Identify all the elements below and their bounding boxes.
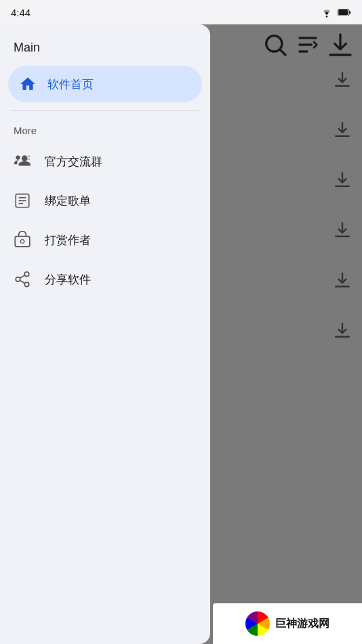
svg-line-15 xyxy=(20,275,24,278)
download-button-4[interactable] xyxy=(334,221,351,239)
download-icon-2 xyxy=(334,121,351,138)
more-section-title: More xyxy=(0,117,210,142)
reward-icon xyxy=(14,231,31,249)
nav-reward-label: 打赏作者 xyxy=(45,233,91,248)
download-list xyxy=(210,65,362,644)
status-icons xyxy=(320,7,351,18)
svg-point-13 xyxy=(24,282,29,287)
nav-item-playlist[interactable]: 绑定歌单 xyxy=(0,181,210,220)
playlist-icon xyxy=(14,192,31,209)
svg-point-11 xyxy=(24,272,29,277)
download-all-icon xyxy=(327,31,354,58)
download-icon-1 xyxy=(334,71,351,88)
download-all-button[interactable] xyxy=(327,31,354,58)
nav-home-label: 软件首页 xyxy=(47,77,94,92)
wifi-icon xyxy=(320,7,334,18)
watermark: 巨神游戏网 xyxy=(213,603,362,644)
download-button-6[interactable] xyxy=(334,321,351,339)
download-button-2[interactable] xyxy=(334,121,351,138)
svg-line-14 xyxy=(20,281,24,283)
home-icon xyxy=(19,75,37,93)
watermark-text: 巨神游戏网 xyxy=(275,617,329,631)
right-panel xyxy=(210,24,362,644)
battery-icon xyxy=(338,9,351,16)
svg-rect-9 xyxy=(15,237,30,247)
watermark-logo xyxy=(245,611,270,636)
nav-item-share[interactable]: 分享软件 xyxy=(0,260,210,299)
sort-button[interactable] xyxy=(294,31,321,58)
nav-item-reward[interactable]: 打赏作者 xyxy=(0,220,210,260)
divider xyxy=(11,110,199,111)
nav-share-label: 分享软件 xyxy=(45,272,91,287)
search-button[interactable] xyxy=(262,31,289,58)
download-icon-3 xyxy=(334,171,351,188)
nav-item-home[interactable]: 软件首页 xyxy=(8,66,202,102)
share-icon xyxy=(14,270,31,288)
status-bar: 4:44 xyxy=(0,0,362,24)
download-button-5[interactable] xyxy=(334,271,351,289)
download-icon-5 xyxy=(334,271,351,289)
svg-rect-2 xyxy=(338,9,348,15)
right-header xyxy=(210,24,362,65)
nav-playlist-label: 绑定歌单 xyxy=(45,193,91,209)
main-section-title: Main xyxy=(14,41,40,54)
drawer: Main 软件首页 More 官方交流群 xyxy=(0,24,210,644)
main-layout: Main 软件首页 More 官方交流群 xyxy=(0,24,362,644)
group-icon xyxy=(14,153,31,170)
nav-group-label: 官方交流群 xyxy=(45,154,102,169)
svg-line-17 xyxy=(281,50,286,56)
svg-point-10 xyxy=(20,239,24,243)
download-icon-4 xyxy=(334,221,351,239)
sort-icon xyxy=(294,31,321,58)
nav-item-group[interactable]: 官方交流群 xyxy=(0,142,210,181)
svg-point-0 xyxy=(326,16,328,17)
status-time: 4:44 xyxy=(11,7,31,18)
download-button-1[interactable] xyxy=(334,71,351,88)
svg-point-12 xyxy=(16,277,20,282)
search-icon xyxy=(262,31,289,58)
download-button-3[interactable] xyxy=(334,171,351,188)
svg-rect-3 xyxy=(349,11,350,14)
download-icon-6 xyxy=(334,321,351,339)
drawer-header: Main xyxy=(0,24,210,63)
